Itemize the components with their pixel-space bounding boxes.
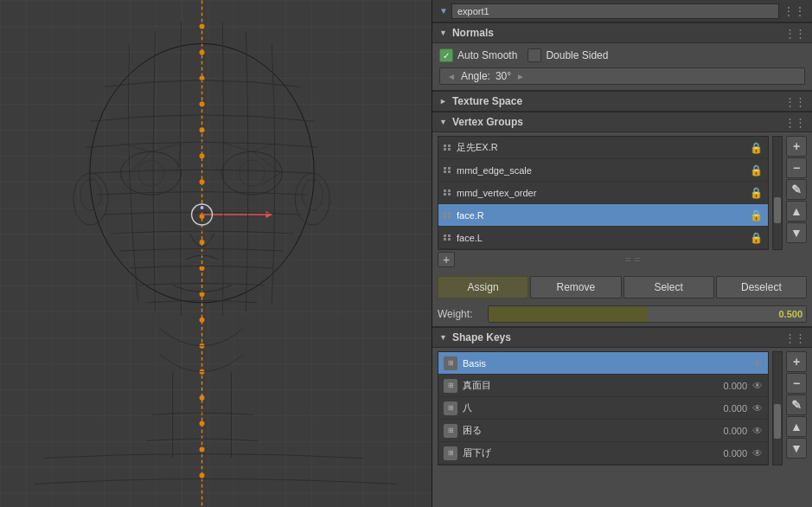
vg-grid-icon-1 bbox=[444, 167, 451, 173]
angle-value: 30° bbox=[496, 70, 511, 82]
sk-edit-button[interactable]: ✎ bbox=[786, 395, 807, 415]
sk-icon-2: ⊞ bbox=[444, 401, 457, 415]
shape-keys-triangle-icon: ▼ bbox=[439, 333, 447, 342]
vg-remove-button[interactable]: − bbox=[786, 157, 807, 178]
angle-label: Angle: bbox=[461, 70, 490, 82]
vg-down-button[interactable]: ▼ bbox=[786, 222, 807, 243]
svg-point-8 bbox=[200, 179, 205, 184]
vg-name-3: face.R bbox=[457, 210, 745, 221]
sk-side-buttons: + − ✎ ▲ ▼ bbox=[786, 351, 807, 465]
svg-point-7 bbox=[200, 153, 205, 158]
texture-space-title: Texture Space bbox=[452, 95, 522, 107]
svg-point-20 bbox=[200, 472, 205, 478]
sk-item-2[interactable]: ⊞ 八 0.000 👁 bbox=[438, 397, 768, 420]
vg-scrollbar[interactable] bbox=[772, 136, 783, 250]
angle-right-arrow-icon: ► bbox=[516, 72, 525, 81]
sk-value-2: 0.000 bbox=[717, 403, 747, 414]
sk-icon-1: ⊞ bbox=[444, 379, 457, 393]
vg-bottom-row: + = = bbox=[438, 250, 807, 269]
shape-key-list: ⊞ Basis 👁 ⊞ 真面目 0.000 👁 ⊞ 八 0.000 👁 bbox=[438, 351, 769, 465]
vertex-groups-content: 足先EX.R 🔒 mmd_edge_scale 🔒 bbox=[432, 132, 812, 273]
viewport[interactable] bbox=[0, 0, 432, 507]
triangle-icon: ▼ bbox=[439, 6, 448, 16]
svg-point-5 bbox=[200, 101, 205, 106]
eye-icon-1: 👁 bbox=[752, 380, 763, 392]
sk-down-button[interactable]: ▼ bbox=[786, 438, 807, 459]
auto-smooth-check-icon: ✓ bbox=[439, 48, 453, 62]
eye-icon-3: 👁 bbox=[752, 425, 763, 437]
top-bar: ▼ export1 ⋮⋮ bbox=[432, 0, 812, 22]
double-sided-label: Double Sided bbox=[546, 49, 608, 61]
shape-keys-title: Shape Keys bbox=[452, 331, 511, 343]
weight-bar[interactable]: 0.500 bbox=[488, 305, 807, 323]
normals-header[interactable]: ▼ Normals ⋮⋮ bbox=[432, 22, 812, 43]
sk-add-button[interactable]: + bbox=[786, 351, 807, 372]
svg-point-2 bbox=[200, 24, 205, 29]
svg-point-11 bbox=[200, 240, 205, 245]
vg-name-0: 足先EX.R bbox=[457, 141, 745, 154]
lock-icon-1: 🔒 bbox=[750, 164, 763, 176]
sk-name-4: 眉下げ bbox=[463, 446, 712, 459]
vg-grid-icon-0 bbox=[444, 144, 451, 151]
shape-keys-header[interactable]: ▼ Shape Keys ⋮⋮ bbox=[432, 327, 812, 348]
vg-name-1: mmd_edge_scale bbox=[457, 165, 745, 176]
texture-space-dots-icon: ⋮⋮ bbox=[784, 95, 805, 108]
sk-name-1: 真面目 bbox=[463, 379, 712, 392]
vg-name-4: face.L bbox=[457, 233, 745, 243]
sk-value-3: 0.000 bbox=[717, 426, 747, 436]
sk-icon-3: ⊞ bbox=[444, 424, 457, 438]
auto-smooth-checkbox[interactable]: ✓ Auto Smooth bbox=[439, 48, 517, 62]
angle-field[interactable]: ◄ Angle: 30° ► bbox=[439, 67, 805, 85]
normals-section: ✓ Auto Smooth Double Sided ◄ Angle: 30° … bbox=[432, 43, 812, 91]
shape-keys-content: ⊞ Basis 👁 ⊞ 真面目 0.000 👁 ⊞ 八 0.000 👁 bbox=[432, 348, 812, 507]
sk-item-3[interactable]: ⊞ 困る 0.000 👁 bbox=[438, 420, 768, 442]
double-sided-checkbox[interactable]: Double Sided bbox=[527, 48, 608, 62]
sk-item-0[interactable]: ⊞ Basis 👁 bbox=[438, 352, 768, 375]
weight-label: Weight: bbox=[438, 308, 481, 320]
vg-item-2[interactable]: mmd_vertex_order 🔒 bbox=[438, 182, 768, 204]
vg-up-button[interactable]: ▲ bbox=[786, 201, 807, 221]
svg-point-3 bbox=[200, 49, 205, 55]
lock-icon-0: 🔒 bbox=[750, 142, 763, 154]
vg-item-0[interactable]: 足先EX.R 🔒 bbox=[438, 137, 768, 159]
svg-point-17 bbox=[200, 395, 205, 401]
vg-item-3[interactable]: face.R 🔒 bbox=[438, 204, 768, 227]
vg-add-button[interactable]: + bbox=[786, 136, 807, 157]
sk-item-4[interactable]: ⊞ 眉下げ 0.000 👁 bbox=[438, 442, 768, 465]
top-dots-icon: ⋮⋮ bbox=[783, 4, 805, 18]
sk-name-2: 八 bbox=[463, 401, 712, 414]
vg-list-add-button[interactable]: + bbox=[438, 252, 455, 267]
texture-space-triangle-icon: ► bbox=[439, 97, 447, 106]
vg-item-1[interactable]: mmd_edge_scale 🔒 bbox=[438, 159, 768, 182]
vertex-groups-dots-icon: ⋮⋮ bbox=[784, 116, 805, 129]
sk-scrollbar-track bbox=[773, 352, 782, 465]
svg-point-18 bbox=[200, 421, 205, 427]
texture-space-header[interactable]: ► Texture Space ⋮⋮ bbox=[432, 91, 812, 112]
normals-triangle-icon: ▼ bbox=[439, 29, 447, 37]
sk-remove-button[interactable]: − bbox=[786, 373, 807, 394]
shape-keys-dots-icon: ⋮⋮ bbox=[784, 331, 805, 344]
export-field[interactable]: export1 bbox=[451, 3, 779, 19]
vg-item-4[interactable]: face.L 🔒 bbox=[438, 227, 768, 249]
deselect-button[interactable]: Deselect bbox=[716, 276, 807, 298]
sk-name-0: Basis bbox=[463, 358, 747, 369]
assign-button[interactable]: Assign bbox=[438, 276, 528, 298]
remove-button[interactable]: Remove bbox=[530, 276, 621, 298]
viewport-grid bbox=[0, 0, 432, 507]
vg-divider: = = bbox=[458, 254, 807, 266]
vg-grid-icon-3 bbox=[444, 212, 451, 218]
normals-dots-icon: ⋮⋮ bbox=[784, 27, 805, 40]
sk-scrollbar[interactable] bbox=[772, 351, 783, 465]
sk-up-button[interactable]: ▲ bbox=[786, 416, 807, 437]
vg-list-wrapper: 足先EX.R 🔒 mmd_edge_scale 🔒 bbox=[438, 136, 807, 250]
double-sided-check-icon bbox=[527, 48, 541, 62]
vertex-groups-header[interactable]: ▼ Vertex Groups ⋮⋮ bbox=[432, 112, 812, 132]
vg-edit-button[interactable]: ✎ bbox=[786, 179, 807, 200]
select-button[interactable]: Select bbox=[623, 276, 714, 298]
normals-title: Normals bbox=[452, 27, 494, 39]
sk-item-1[interactable]: ⊞ 真面目 0.000 👁 bbox=[438, 375, 768, 397]
weight-row: Weight: 0.500 bbox=[432, 302, 812, 327]
eye-icon-4: 👁 bbox=[752, 447, 763, 459]
lock-icon-2: 🔒 bbox=[750, 187, 763, 199]
eye-icon-2: 👁 bbox=[752, 402, 763, 414]
